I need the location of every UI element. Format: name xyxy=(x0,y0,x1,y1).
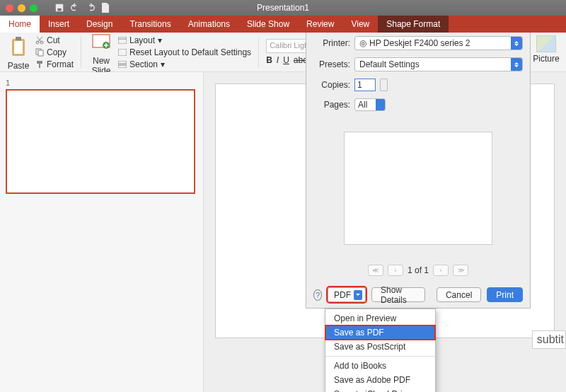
svg-rect-4 xyxy=(16,37,21,40)
new-slide-icon xyxy=(92,34,110,50)
tab-review[interactable]: Review xyxy=(298,16,342,33)
format-painter-button[interactable]: Format xyxy=(35,59,74,69)
pages-value: All xyxy=(358,100,367,110)
layout-button[interactable]: Layout ▾ xyxy=(118,35,251,45)
new-doc-icon[interactable] xyxy=(101,3,110,13)
underline-button[interactable]: U xyxy=(283,55,289,65)
help-button[interactable]: ? xyxy=(313,289,322,301)
menu-save-to-icloud[interactable]: Save to iCloud Drive xyxy=(325,387,435,392)
new-slide-button[interactable]: New Slide xyxy=(88,29,114,76)
presets-combo[interactable]: Default Settings xyxy=(354,57,523,71)
thumb-number: 1 xyxy=(6,79,10,87)
svg-rect-14 xyxy=(118,61,127,64)
menu-save-as-adobe-pdf[interactable]: Save as Adobe PDF xyxy=(325,373,435,387)
svg-rect-3 xyxy=(14,41,23,54)
brush-icon xyxy=(35,60,44,69)
presets-label: Presets: xyxy=(313,59,350,69)
quick-access-toolbar xyxy=(54,3,110,13)
picture-button[interactable]: Picture xyxy=(532,35,560,64)
paste-group[interactable]: Paste xyxy=(6,34,31,71)
picture-label: Picture xyxy=(533,54,559,64)
layout-icon xyxy=(118,37,127,44)
tab-transitions[interactable]: Transitions xyxy=(121,16,179,33)
cancel-button[interactable]: Cancel xyxy=(437,287,481,302)
tab-home[interactable]: Home xyxy=(0,16,40,33)
tab-insert[interactable]: Insert xyxy=(40,16,78,33)
print-dialog: Printer: ◎HP Deskjet F2400 series 2 Pres… xyxy=(306,33,531,309)
separator xyxy=(81,37,81,68)
printer-combo[interactable]: ◎HP Deskjet F2400 series 2 xyxy=(354,36,523,50)
page-navigator: ≪ ‹ 1 of 1 › ≫ xyxy=(306,265,530,276)
save-icon[interactable] xyxy=(54,3,64,13)
cut-button[interactable]: Cut xyxy=(35,35,74,45)
menu-save-as-postscript[interactable]: Save as PostScript xyxy=(325,340,435,354)
separator xyxy=(258,37,259,68)
svg-rect-8 xyxy=(38,50,43,56)
last-page-button[interactable]: ≫ xyxy=(453,265,468,276)
slide-thumbnail-1[interactable] xyxy=(6,89,195,194)
copies-label: Copies: xyxy=(313,80,350,90)
svg-rect-1 xyxy=(57,8,61,11)
window-titlebar: Presentation1 xyxy=(0,0,566,16)
page-indicator: 1 of 1 xyxy=(408,265,429,275)
presets-value: Default Settings xyxy=(359,59,420,69)
subtitle-placeholder-fragment[interactable]: subtit xyxy=(532,330,566,349)
slide-thumbnails-panel: 1 xyxy=(0,72,204,392)
paste-label: Paste xyxy=(8,61,30,71)
tab-shape-format[interactable]: Shape Format xyxy=(378,16,449,33)
next-page-button[interactable]: › xyxy=(433,265,449,276)
show-details-button[interactable]: Show Details xyxy=(371,287,425,302)
bold-button[interactable]: B xyxy=(266,55,272,65)
print-button[interactable]: Print xyxy=(487,287,523,302)
zoom-window-icon[interactable] xyxy=(30,4,37,12)
close-window-icon[interactable] xyxy=(6,4,13,12)
picture-icon xyxy=(536,35,556,52)
italic-button[interactable]: I xyxy=(277,55,279,65)
minimize-window-icon[interactable] xyxy=(18,4,25,12)
pages-combo[interactable]: All xyxy=(354,98,386,111)
menu-save-as-pdf[interactable]: Save as PDF xyxy=(325,325,435,340)
copy-icon xyxy=(35,48,44,57)
combo-arrow-icon xyxy=(376,99,385,110)
copies-stepper[interactable] xyxy=(380,79,388,91)
printer-label: Printer: xyxy=(313,38,350,48)
menu-open-in-preview[interactable]: Open in Preview xyxy=(325,311,435,325)
combo-arrows-icon xyxy=(511,37,522,50)
print-preview xyxy=(344,132,492,245)
pdf-dropdown-button[interactable]: PDF xyxy=(328,287,366,302)
combo-arrows-icon xyxy=(511,58,522,71)
section-icon xyxy=(118,61,127,68)
ribbon-tabs: Home Insert Design Transitions Animation… xyxy=(0,16,566,33)
svg-rect-11 xyxy=(118,37,127,44)
menu-separator xyxy=(325,356,435,357)
tab-slideshow[interactable]: Slide Show xyxy=(238,16,298,33)
svg-rect-15 xyxy=(118,65,127,68)
pdf-label: PDF xyxy=(334,290,351,300)
reset-icon xyxy=(118,49,127,56)
chevron-down-icon xyxy=(354,290,362,300)
first-page-button[interactable]: ≪ xyxy=(368,265,383,276)
tab-animations[interactable]: Animations xyxy=(180,16,238,33)
clipboard-icon xyxy=(10,37,27,57)
copies-input[interactable] xyxy=(354,79,376,91)
scissors-icon xyxy=(35,36,44,45)
menu-add-to-ibooks[interactable]: Add to iBooks xyxy=(325,359,435,373)
prev-page-button[interactable]: ‹ xyxy=(388,265,403,276)
pages-label: Pages: xyxy=(313,100,350,110)
printer-value: HP Deskjet F2400 series 2 xyxy=(369,38,470,48)
copy-button[interactable]: Copy xyxy=(35,47,74,57)
pdf-context-menu: Open in Preview Save as PDF Save as Post… xyxy=(325,309,436,392)
document-title: Presentation1 xyxy=(257,3,309,13)
redo-icon[interactable] xyxy=(86,3,96,13)
undo-icon[interactable] xyxy=(70,3,80,13)
tab-view[interactable]: View xyxy=(342,16,378,33)
section-button[interactable]: Section ▾ xyxy=(118,59,251,69)
reset-layout-button[interactable]: Reset Layout to Default Settings xyxy=(118,47,251,57)
svg-rect-13 xyxy=(118,49,127,56)
